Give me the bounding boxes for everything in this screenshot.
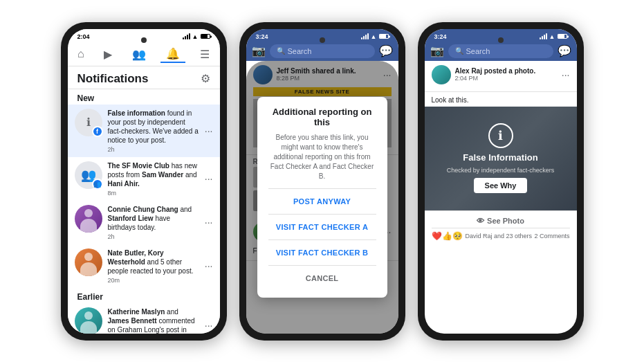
notif-earlier-1-text: Katherine Maslyn and James Bennett comme… [108, 307, 199, 334]
phone-3-search-icon: 🔍 [455, 47, 463, 55]
modal-divider-2 [268, 214, 376, 215]
phone-3-search-text: Search [466, 47, 490, 55]
notif-item-3[interactable]: Connie Chung Chang and Stanford Liew hav… [68, 201, 220, 244]
reaction-icons: ❤️👍🥺 [432, 231, 463, 241]
wifi-icon: ▲ [192, 33, 199, 40]
group-badge: 👥 [92, 179, 103, 190]
fb-search-text: Search [288, 47, 312, 55]
info-icon: ℹ [86, 116, 91, 129]
modal-action-fact-checker-a[interactable]: VISIT FACT CHECKER A [268, 217, 376, 237]
phone-3-camera [498, 37, 504, 43]
fb-camera-icon[interactable]: 📷 [252, 44, 266, 57]
notif-item-earlier-1[interactable]: Katherine Maslyn and James Bennett comme… [68, 303, 220, 334]
nav-bar: ⌂ ▶ 👥 🔔 ☰ [68, 42, 220, 66]
phone-2: 3:24 ▲ 📷 🔍 [239, 22, 405, 341]
notif-item-4[interactable]: Nate Butler, Kory Westerhold and 5 other… [68, 244, 220, 288]
post-reactions-row: ❤️👍🥺 David Raj and 23 others 2 Comments [432, 228, 570, 244]
phone-3-wifi-icon: ▲ [549, 33, 555, 40]
phone-3-post-time: 2:04 PM [455, 75, 558, 82]
modal-action-cancel[interactable]: CANCEL [268, 269, 376, 288]
phone-2-signal-icon [361, 34, 369, 39]
notif-3-more[interactable]: ··· [205, 217, 213, 228]
phone-3-topbar: 📷 🔍 Search 💬 [425, 42, 577, 61]
phone-2-wifi-icon: ▲ [371, 33, 377, 40]
notif-item-2[interactable]: 👥 👥 The SF Movie Club has new posts from… [68, 157, 220, 201]
notif-1-time: 2h [108, 146, 199, 153]
gear-icon[interactable]: ⚙ [201, 72, 210, 85]
section-new-label: New [68, 89, 220, 105]
phone-3-screen: 3:24 ▲ 📷 🔍 [425, 29, 577, 334]
notif-4-more[interactable]: ··· [205, 260, 213, 271]
signal-icon [183, 34, 190, 39]
see-photo-label: See Photo [487, 217, 524, 225]
modal-title: Additional reporting on this [268, 107, 376, 127]
phone-1: 2:04 ▲ ⌂ ▶ 👥 [61, 22, 227, 341]
notif-2-more[interactable]: ··· [205, 173, 213, 184]
phone-1-time: 2:04 [77, 33, 90, 40]
notif-earlier-1-content: Katherine Maslyn and James Bennett comme… [108, 307, 199, 334]
phone-3: 3:24 ▲ 📷 🔍 [418, 22, 584, 341]
notif-group-avatar: 👥 👥 [75, 161, 102, 189]
phone-1-screen: 2:04 ▲ ⌂ ▶ 👥 [68, 29, 220, 334]
notifications-title: Notifications [77, 72, 149, 86]
phone-1-camera [141, 37, 147, 43]
phone-3-post: Alex Raj posted a photo. 2:04 PM ··· [425, 61, 577, 92]
notif-info-avatar: ℹ f [75, 109, 102, 136]
phone-2-status-icons: ▲ [361, 33, 389, 40]
phone-2-screen: 3:24 ▲ 📷 🔍 [246, 29, 398, 334]
nav-people-icon[interactable]: 👥 [127, 46, 151, 62]
notif-4-time: 20m [108, 277, 199, 284]
notif-3-avatar [75, 205, 102, 233]
modal-divider-4 [268, 265, 376, 266]
nav-bell-icon[interactable]: 🔔 [160, 46, 185, 63]
phone-2-camera [320, 37, 325, 43]
phone-3-post-header: Alex Raj posted a photo. 2:04 PM ··· [432, 65, 570, 84]
info-circle-icon: ℹ [498, 128, 503, 143]
notif-3-text: Connie Chung Chang and Stanford Liew hav… [108, 205, 199, 232]
nav-home-icon[interactable]: ⌂ [72, 46, 90, 62]
see-photo-row[interactable]: 👁 See Photo [432, 214, 570, 228]
nav-video-icon[interactable]: ▶ [98, 46, 118, 62]
modal-overlay: Additional reporting on this Before you … [246, 61, 398, 334]
phone-3-battery-icon [558, 34, 567, 39]
phone-3-time: 3:24 [434, 33, 447, 40]
false-info-title: False Information [463, 152, 537, 163]
notif-1-text: False information found in your post by … [108, 109, 199, 145]
phone-3-post-image: ℹ False Information Checked by independe… [425, 107, 577, 210]
notif-earlier-1-more[interactable]: ··· [205, 320, 213, 331]
section-earlier-label: Earlier [68, 288, 220, 303]
reactions-left: ❤️👍🥺 David Raj and 23 others [432, 231, 533, 241]
phone-3-signal-icon [540, 34, 547, 39]
notif-3-content: Connie Chung Chang and Stanford Liew hav… [108, 205, 199, 240]
notif-4-content: Nate Butler, Kory Westerhold and 5 other… [108, 248, 199, 284]
nav-menu-icon[interactable]: ☰ [194, 46, 215, 62]
modal-action-post-anyway[interactable]: POST ANYWAY [268, 192, 376, 211]
phone-3-messenger-icon[interactable]: 💬 [558, 44, 571, 57]
phone-3-post-more[interactable]: ··· [562, 69, 570, 80]
phone-2-battery-icon [379, 34, 389, 39]
see-why-button[interactable]: See Why [474, 178, 528, 193]
notif-4-avatar [75, 248, 102, 276]
phone-1-status-icons: ▲ [183, 33, 210, 40]
fb-badge: f [92, 126, 103, 137]
notif-1-more[interactable]: ··· [205, 125, 213, 136]
modal-action-fact-checker-b[interactable]: VISIT FACT CHECKER B [268, 243, 376, 262]
notif-earlier-1-avatar [75, 307, 102, 334]
notif-3-time: 2h [108, 233, 199, 240]
phones-container: 2:04 ▲ ⌂ ▶ 👥 [0, 0, 644, 362]
notif-1-content: False information found in your post by … [108, 109, 199, 153]
reactor-name: David Raj and 23 others [466, 233, 533, 239]
notif-2-text: The SF Movie Club has new posts from Sam… [108, 161, 199, 188]
phone-3-search-bar[interactable]: 🔍 Search [448, 44, 553, 58]
notif-item-1[interactable]: ℹ f False information found in your post… [68, 105, 220, 157]
phone-3-post-body: Look at this. [425, 92, 577, 107]
fb-search-bar[interactable]: 🔍 Search [270, 44, 375, 58]
phone-3-camera-icon[interactable]: 📷 [430, 44, 444, 57]
notifications-header: Notifications ⚙ [68, 66, 220, 89]
phone-3-post-meta: Alex Raj posted a photo. 2:04 PM [455, 67, 558, 82]
notif-2-time: 8m [108, 190, 199, 197]
fb-messenger-icon[interactable]: 💬 [379, 44, 393, 57]
phone-3-status-icons: ▲ [540, 33, 567, 40]
notif-2-content: The SF Movie Club has new posts from Sam… [108, 161, 199, 197]
notif-4-text: Nate Butler, Kory Westerhold and 5 other… [108, 248, 199, 275]
